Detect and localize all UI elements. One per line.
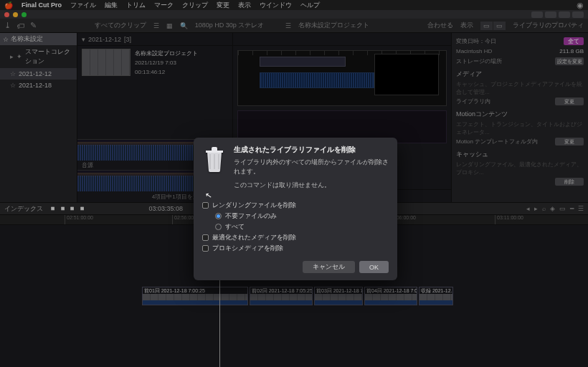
ok-button[interactable]: OK: [359, 261, 389, 273]
modal-body-1: ライブラリ内外のすべての場所からファイルが削除されます。: [234, 158, 389, 176]
checkbox-icon: [202, 234, 209, 241]
trash-icon: [202, 145, 227, 173]
option-label: レンダリングファイルを削除: [212, 201, 296, 210]
option-label: 不要ファイルのみ: [225, 211, 277, 221]
checkbox-proxy-media[interactable]: プロキシメディアを削除: [202, 243, 389, 254]
delete-files-dialog: 生成されたライブラリファイルを削除 ライブラリ内外のすべての場所からファイルが削…: [194, 138, 397, 280]
checkbox-optimized-media[interactable]: 最適化されたメディアを削除: [202, 232, 389, 243]
radio-unused-only[interactable]: 不要ファイルのみ: [202, 211, 389, 221]
modal-body-2: このコマンドは取り消せません。: [234, 181, 389, 190]
checkbox-icon: [202, 202, 209, 209]
modal-title: 生成されたライブラリファイルを削除: [234, 145, 389, 155]
option-label: すべて: [225, 222, 245, 232]
checkbox-render-files[interactable]: レンダリングファイルを削除: [202, 200, 389, 211]
option-label: プロキシメディアを削除: [212, 244, 283, 253]
radio-icon: [215, 224, 222, 230]
radio-all[interactable]: すべて: [202, 221, 389, 232]
radio-icon: [215, 213, 222, 219]
checkbox-icon: [202, 245, 209, 252]
cancel-button[interactable]: キャンセル: [303, 261, 355, 273]
option-label: 最適化されたメディアを削除: [212, 233, 296, 242]
